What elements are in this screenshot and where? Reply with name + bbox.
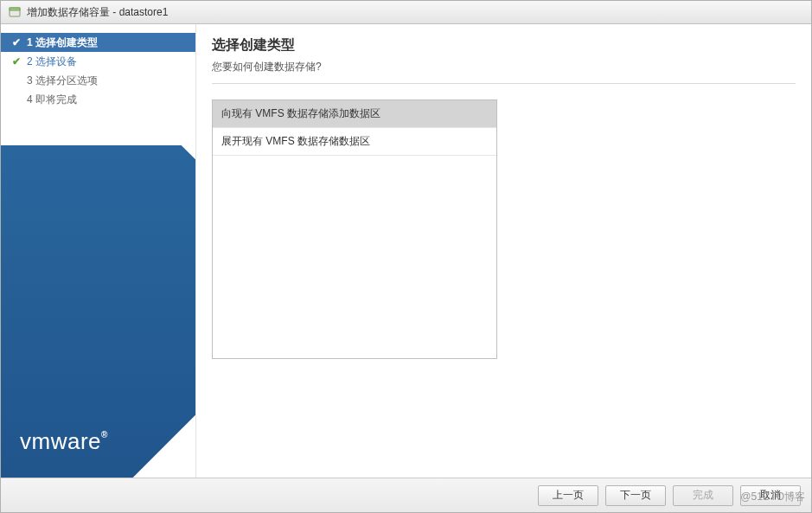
finish-button: 完成	[673, 485, 733, 506]
check-icon: ✔	[10, 36, 23, 48]
step-ready-to-complete[interactable]: ✔ 4 即将完成	[1, 90, 195, 109]
option-expand-extent[interactable]: 展开现有 VMFS 数据存储数据区	[213, 128, 496, 156]
step-select-device[interactable]: ✔ 2 选择设备	[1, 52, 195, 71]
option-add-extent[interactable]: 向现有 VMFS 数据存储添加数据区	[213, 100, 496, 128]
divider	[212, 83, 796, 84]
step-list: ✔ 1 选择创建类型 ✔ 2 选择设备 ✔ 3 选择分区选项 ✔ 4 即将完成	[1, 24, 195, 109]
step-select-creation-type[interactable]: ✔ 1 选择创建类型	[1, 33, 195, 52]
wizard-main: 选择创建类型 您要如何创建数据存储? 向现有 VMFS 数据存储添加数据区 展开…	[196, 24, 811, 478]
vmware-logo: vmware®	[20, 428, 108, 455]
cancel-button[interactable]: 取消	[740, 485, 801, 506]
check-icon: ✔	[10, 55, 23, 67]
wizard-footer: 上一页 下一页 完成 取消	[1, 478, 811, 512]
prev-button[interactable]: 上一页	[538, 485, 598, 506]
next-button[interactable]: 下一页	[605, 485, 666, 506]
wizard-window: 增加数据存储容量 - datastore1 ✔ 1 选择创建类型 ✔ 2 选择设…	[0, 0, 812, 513]
page-title: 选择创建类型	[212, 36, 796, 55]
wizard-body: ✔ 1 选择创建类型 ✔ 2 选择设备 ✔ 3 选择分区选项 ✔ 4 即将完成	[1, 24, 811, 478]
datastore-icon	[8, 5, 22, 19]
wizard-sidebar: ✔ 1 选择创建类型 ✔ 2 选择设备 ✔ 3 选择分区选项 ✔ 4 即将完成	[1, 24, 196, 478]
svg-rect-1	[10, 8, 20, 10]
titlebar: 增加数据存储容量 - datastore1	[1, 1, 811, 24]
step-select-partition[interactable]: ✔ 3 选择分区选项	[1, 71, 195, 90]
creation-type-list: 向现有 VMFS 数据存储添加数据区 展开现有 VMFS 数据存储数据区	[212, 99, 497, 359]
window-title: 增加数据存储容量 - datastore1	[27, 5, 168, 20]
page-subtitle: 您要如何创建数据存储?	[212, 60, 796, 74]
